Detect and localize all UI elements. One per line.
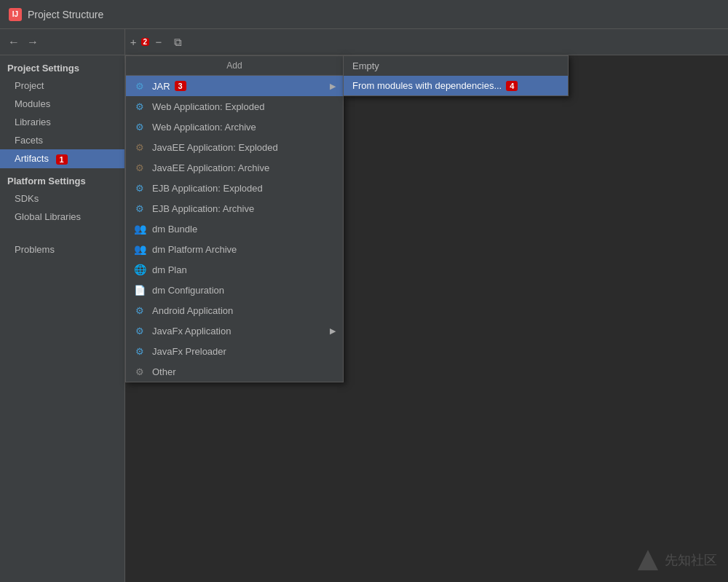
copy-button[interactable]: ⧉: [169, 34, 186, 51]
ejb-exploded-label: EJB Application: Exploded: [152, 183, 263, 194]
add-icon: +: [130, 36, 137, 48]
other-label: Other: [152, 366, 176, 377]
dm-bundle-icon: 👥: [133, 222, 146, 235]
dm-plan-label: dm Plan: [152, 264, 187, 275]
submenu-item-from-modules[interactable]: From modules with dependencies... 4: [344, 76, 568, 95]
dropdown-item-javafx-preloader[interactable]: ⚙ JavaFx Preloader: [126, 341, 343, 361]
dropdown-item-android[interactable]: ⚙ Android Application: [126, 300, 343, 321]
remove-button[interactable]: −: [150, 34, 167, 51]
android-icon: ⚙: [133, 304, 146, 317]
sidebar-item-global-libraries[interactable]: Global Libraries: [0, 208, 124, 226]
dm-config-icon: 📄: [133, 283, 146, 296]
dropdown-item-web-exploded[interactable]: ⚙ Web Application: Exploded: [126, 96, 343, 117]
main-layout: ← → Project Settings Project Modules Lib…: [0, 29, 728, 582]
sidebar: ← → Project Settings Project Modules Lib…: [0, 29, 125, 582]
ejb-archive-label: EJB Application: Archive: [152, 203, 254, 214]
watermark: 先知社区: [637, 549, 717, 571]
title-bar-text: Project Structure: [28, 9, 103, 20]
web-exploded-label: Web Application: Exploded: [152, 101, 264, 112]
title-bar: IJ Project Structure: [0, 0, 728, 29]
dropdown-item-dm-plan[interactable]: 🌐 dm Plan: [126, 259, 343, 280]
sidebar-item-modules[interactable]: Modules: [0, 95, 124, 113]
javafx-preloader-label: JavaFx Preloader: [152, 346, 226, 357]
watermark-text: 先知社区: [665, 551, 717, 569]
dropdown-item-web-archive[interactable]: ⚙ Web Application: Archive: [126, 117, 343, 137]
sidebar-item-artifacts[interactable]: Artifacts 1: [0, 149, 124, 168]
sidebar-item-project[interactable]: Project: [0, 76, 124, 95]
forward-button[interactable]: →: [25, 34, 41, 50]
from-modules-badge: 4: [506, 81, 518, 91]
javafx-preloader-icon: ⚙: [133, 345, 146, 358]
jar-label: JAR: [152, 81, 170, 92]
sidebar-item-problems[interactable]: Problems: [0, 240, 124, 259]
web-exploded-icon: ⚙: [133, 100, 146, 113]
dropdown-item-dm-platform[interactable]: 👥 dm Platform Archive: [126, 239, 343, 259]
sidebar-item-sdks[interactable]: SDKs: [0, 189, 124, 208]
dm-config-label: dm Configuration: [152, 285, 224, 296]
nav-bar: ← →: [0, 29, 124, 55]
add-badge: 2: [141, 38, 150, 46]
svg-marker-0: [638, 550, 658, 570]
submenu-item-empty[interactable]: Empty: [344, 56, 568, 76]
dropdown-item-ejb-exploded[interactable]: ⚙ EJB Application: Exploded: [126, 178, 343, 198]
jar-arrow-icon: ▶: [330, 82, 336, 91]
web-archive-icon: ⚙: [133, 120, 146, 133]
dropdown-item-javafx[interactable]: ⚙ JavaFx Application ▶: [126, 321, 343, 341]
dropdown-item-other[interactable]: ⚙ Other: [126, 361, 343, 382]
platform-settings-header: Platform Settings: [0, 168, 124, 189]
dm-platform-icon: 👥: [133, 243, 146, 256]
artifacts-badge: 1: [56, 154, 68, 165]
javaee-exploded-label: JavaEE Application: Exploded: [152, 142, 278, 153]
from-modules-label: From modules with dependencies...: [352, 80, 502, 91]
javafx-icon: ⚙: [133, 324, 146, 337]
dropdown-item-jar[interactable]: ⚙ JAR 3 ▶: [126, 76, 343, 96]
javaee-archive-label: JavaEE Application: Archive: [152, 162, 269, 173]
app-icon: IJ: [9, 8, 22, 21]
javafx-label: JavaFx Application: [152, 326, 231, 337]
javafx-arrow-icon: ▶: [330, 326, 336, 336]
dropdown-header: Add: [126, 56, 343, 76]
other-icon: ⚙: [133, 365, 146, 378]
jar-badge: 3: [175, 81, 186, 91]
javaee-archive-icon: ⚙: [133, 161, 146, 174]
dropdown-menu: Add ⚙ JAR 3 ▶ ⚙ Web Application: Explode…: [125, 55, 344, 382]
dropdown-item-javaee-exploded[interactable]: ⚙ JavaEE Application: Exploded: [126, 137, 343, 157]
ejb-exploded-icon: ⚙: [133, 181, 146, 194]
add-button[interactable]: + 2: [131, 34, 149, 51]
dm-platform-label: dm Platform Archive: [152, 244, 237, 255]
toolbar: + 2 − ⧉: [125, 29, 728, 55]
content-area: + 2 − ⧉ Add ⚙ JAR 3 ▶ ⚙ Web Application:…: [125, 29, 728, 582]
dm-bundle-label: dm Bundle: [152, 224, 197, 235]
javaee-exploded-icon: ⚙: [133, 141, 146, 154]
ejb-archive-icon: ⚙: [133, 202, 146, 215]
dropdown-item-javaee-archive[interactable]: ⚙ JavaEE Application: Archive: [126, 157, 343, 178]
empty-label: Empty: [352, 60, 379, 71]
web-archive-label: Web Application: Archive: [152, 122, 256, 133]
submenu: Empty From modules with dependencies... …: [343, 55, 569, 96]
copy-icon: ⧉: [174, 36, 182, 49]
dropdown-item-dm-config[interactable]: 📄 dm Configuration: [126, 280, 343, 300]
project-settings-header: Project Settings: [0, 55, 124, 76]
jar-icon: ⚙: [133, 79, 146, 93]
sidebar-item-libraries[interactable]: Libraries: [0, 113, 124, 131]
watermark-logo: [637, 549, 659, 571]
remove-icon: −: [156, 36, 162, 48]
dropdown-item-ejb-archive[interactable]: ⚙ EJB Application: Archive: [126, 198, 343, 219]
sidebar-item-facets[interactable]: Facets: [0, 131, 124, 149]
dm-plan-icon: 🌐: [133, 263, 146, 276]
back-button[interactable]: ←: [6, 34, 22, 50]
android-label: Android Application: [152, 305, 233, 316]
dropdown-item-dm-bundle[interactable]: 👥 dm Bundle: [126, 219, 343, 239]
